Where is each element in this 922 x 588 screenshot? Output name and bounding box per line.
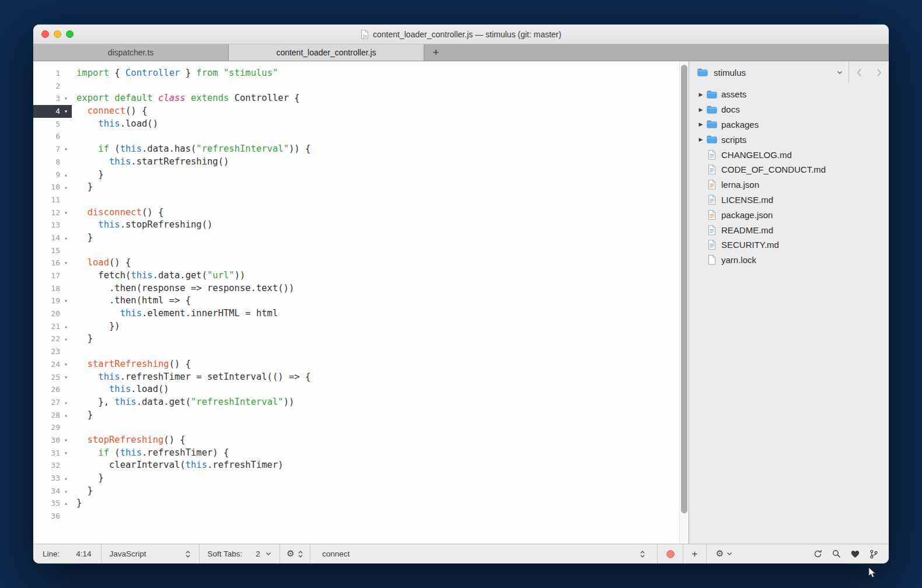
line-number[interactable]: 20 (38, 307, 60, 320)
tree-item-scripts[interactable]: ▶scripts (689, 132, 889, 147)
line-number[interactable]: 25 (38, 371, 60, 384)
line-number[interactable]: 16 (38, 257, 60, 270)
code-line[interactable]: 10▴ } (33, 181, 679, 194)
line-number[interactable]: 18 (38, 282, 60, 295)
fold-down-icon[interactable]: ▾ (60, 143, 72, 156)
refresh-button[interactable] (813, 550, 822, 558)
fold-up-icon[interactable]: ▴ (60, 409, 72, 422)
scrollbar-thumb[interactable] (681, 65, 687, 513)
line-number[interactable]: 31 (38, 447, 60, 460)
code-line[interactable]: 26 this.load() (33, 383, 679, 396)
line-gutter[interactable]: 15 (33, 244, 72, 257)
fold-up-icon[interactable]: ▴ (60, 396, 72, 409)
tree-item-code-of-conduct-md[interactable]: CODE_OF_CONDUCT.md (689, 162, 889, 177)
disclosure-triangle-icon[interactable]: ▶ (696, 92, 706, 97)
code-line[interactable]: 1import { Controller } from "stimulus" (33, 67, 679, 80)
fold-up-icon[interactable]: ▴ (60, 169, 72, 181)
code-line[interactable]: 30▾ stopRefreshing() { (33, 434, 679, 447)
line-gutter[interactable]: 34▴ (33, 485, 72, 498)
git-branch-button[interactable] (869, 550, 878, 559)
minimize-button[interactable] (54, 30, 61, 38)
soft-tabs-selector[interactable]: Soft Tabs: 2 (200, 544, 280, 564)
code-line[interactable]: 32 clearInterval(this.refreshTimer) (33, 459, 679, 472)
language-selector[interactable]: JavaScript (102, 544, 200, 564)
line-gutter[interactable]: 24▾ (33, 358, 72, 371)
code-line[interactable]: 13 this.stopRefreshing() (33, 219, 679, 232)
code-line[interactable]: 19▾ .then(html => { (33, 295, 679, 307)
fold-up-icon[interactable]: ▴ (60, 332, 72, 345)
line-gutter[interactable]: 32 (33, 459, 72, 472)
code-line[interactable]: 33▴ } (33, 472, 679, 485)
tab-dispatcher-ts[interactable]: dispatcher.ts (33, 44, 229, 61)
code-editor[interactable]: 1import { Controller } from "stimulus"23… (33, 61, 679, 544)
title-bar[interactable]: js content_loader_controller.js — stimul… (33, 24, 889, 44)
code-line[interactable]: 28▴ } (33, 409, 679, 422)
editor-scrollbar[interactable] (679, 61, 689, 544)
line-number[interactable]: 30 (38, 434, 60, 447)
history-back-button[interactable] (849, 61, 869, 83)
fold-up-icon[interactable]: ▴ (60, 181, 72, 194)
line-gutter[interactable]: 2 (33, 80, 72, 93)
line-gutter[interactable]: 25▾ (33, 371, 72, 384)
line-gutter[interactable]: 22▴ (33, 332, 72, 345)
tree-item-assets[interactable]: ▶assets (689, 87, 889, 102)
code-line[interactable]: 25▾ this.refreshTimer = setInterval(() =… (33, 371, 679, 384)
code-line[interactable]: 22▴ } (33, 332, 679, 345)
disclosure-triangle-icon[interactable]: ▶ (696, 107, 706, 113)
line-gutter[interactable]: 35▴ (33, 497, 72, 510)
fold-up-icon[interactable]: ▴ (60, 485, 72, 498)
line-gutter[interactable]: 21▴ (33, 320, 72, 333)
code-line[interactable]: 35▴} (33, 497, 679, 510)
line-gutter[interactable]: 33▴ (33, 472, 72, 485)
line-gutter[interactable]: 10▴ (33, 181, 72, 194)
code-line[interactable]: 5 this.load() (33, 118, 679, 131)
line-gutter[interactable]: 30▾ (33, 434, 72, 447)
code-line[interactable]: 31▾ if (this.refreshTimer) { (33, 447, 679, 460)
line-gutter[interactable]: 13 (33, 219, 72, 232)
symbol-selector[interactable]: connect (310, 544, 658, 564)
line-number[interactable]: 15 (38, 244, 60, 257)
line-number[interactable]: 29 (38, 421, 60, 434)
bundle-menu[interactable]: ⚙ (280, 544, 310, 564)
tree-item-docs[interactable]: ▶docs (689, 102, 889, 117)
tree-item-security-md[interactable]: SECURITY.md (689, 237, 889, 253)
line-number[interactable]: 33 (38, 472, 60, 485)
line-number[interactable]: 9 (38, 169, 60, 181)
line-number[interactable]: 11 (38, 194, 60, 206)
tree-item-yarn-lock[interactable]: yarn.lock (689, 253, 889, 268)
code-line[interactable]: 16▾ load() { (33, 257, 679, 270)
search-button[interactable] (832, 550, 841, 558)
fold-down-icon[interactable]: ▾ (60, 447, 72, 460)
line-number[interactable]: 19 (38, 295, 60, 307)
fold-down-icon[interactable]: ▾ (60, 295, 72, 307)
fold-down-icon[interactable]: ▾ (60, 257, 72, 270)
line-number[interactable]: 2 (38, 80, 60, 93)
code-line[interactable]: 8 this.startRefreshing() (33, 156, 679, 169)
line-gutter[interactable]: 18 (33, 282, 72, 295)
fold-down-icon[interactable]: ▾ (60, 92, 72, 105)
line-number[interactable]: 17 (38, 270, 60, 282)
tree-item-package-json[interactable]: package.json (689, 207, 889, 222)
line-gutter[interactable]: 12▾ (33, 206, 72, 219)
new-file-button[interactable]: + (683, 544, 707, 564)
line-number[interactable]: 23 (38, 345, 60, 358)
line-gutter[interactable]: 23 (33, 345, 72, 358)
line-number[interactable]: 3 (38, 92, 60, 105)
code-line[interactable]: 11 (33, 194, 679, 206)
line-number[interactable]: 6 (38, 130, 60, 143)
line-number[interactable]: 21 (38, 320, 60, 333)
code-line[interactable]: 15 (33, 244, 679, 257)
line-gutter[interactable]: 8 (33, 156, 72, 169)
line-gutter[interactable]: 28▴ (33, 409, 72, 422)
line-gutter[interactable]: 29 (33, 421, 72, 434)
tree-item-readme-md[interactable]: README.md (689, 222, 889, 237)
disclosure-triangle-icon[interactable]: ▶ (696, 121, 706, 127)
code-line[interactable]: 18 .then(response => response.text()) (33, 282, 679, 295)
line-number[interactable]: 24 (38, 358, 60, 371)
line-number[interactable]: 10 (38, 181, 60, 194)
fold-up-icon[interactable]: ▴ (60, 497, 72, 510)
line-number[interactable]: 36 (38, 510, 60, 523)
line-number[interactable]: 34 (38, 485, 60, 498)
line-gutter[interactable]: 3▾ (33, 92, 72, 105)
line-number[interactable]: 27 (38, 396, 60, 409)
